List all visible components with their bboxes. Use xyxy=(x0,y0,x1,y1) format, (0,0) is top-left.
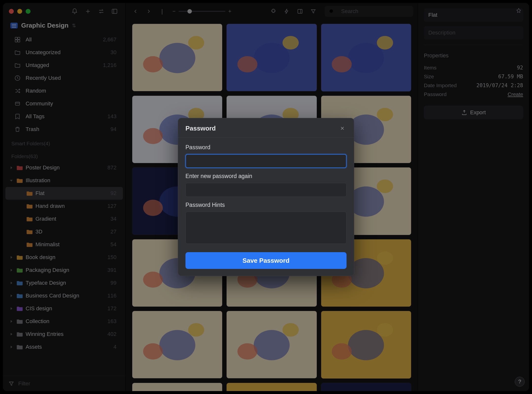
modal-close-button[interactable] xyxy=(338,124,347,132)
modal-title: Password xyxy=(185,125,216,132)
help-button[interactable]: ? xyxy=(515,377,525,387)
password-input[interactable] xyxy=(185,154,347,168)
password-label: Password xyxy=(185,144,347,151)
password-hints-input[interactable] xyxy=(185,212,347,244)
confirm-label: Enter new password again xyxy=(185,173,347,180)
password-confirm-input[interactable] xyxy=(185,183,347,197)
app-window: Graphic Design ⇅ All2,667Uncategorized30… xyxy=(3,3,529,391)
hints-label: Password Hints xyxy=(185,202,347,208)
save-password-button[interactable]: Save Password xyxy=(185,252,347,269)
password-modal: Password Password Enter new password aga… xyxy=(178,118,354,276)
